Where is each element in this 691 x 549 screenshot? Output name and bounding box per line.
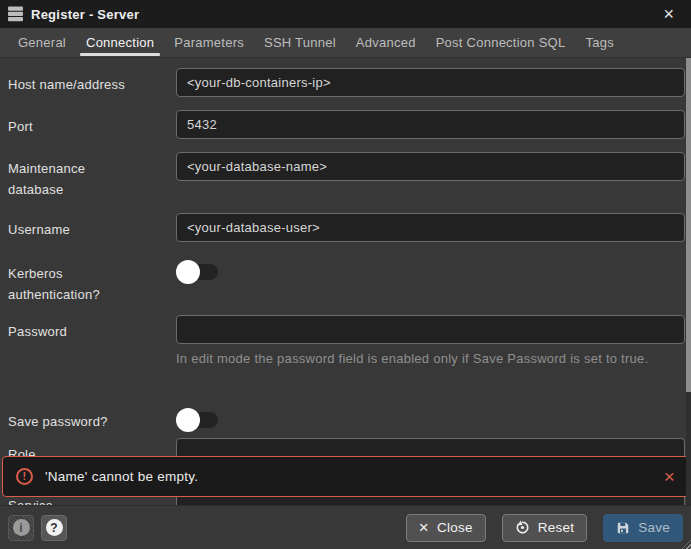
tab-post-connection-sql[interactable]: Post Connection SQL	[426, 28, 576, 57]
footer-buttons: × Close Reset	[406, 514, 683, 542]
maintenance-db-input[interactable]	[176, 152, 685, 181]
sql-help-button[interactable]: i	[8, 515, 34, 541]
dialog-help-button[interactable]: ?	[41, 515, 67, 541]
error-banner-close-icon[interactable]: ×	[664, 467, 675, 486]
save-password-toggle[interactable]	[176, 408, 220, 432]
window-close-icon[interactable]: ×	[659, 5, 679, 23]
tab-connection[interactable]: Connection	[76, 28, 164, 57]
username-label: Username	[8, 213, 128, 240]
tab-ssh-tunnel[interactable]: SSH Tunnel	[254, 28, 346, 57]
dialog-title: Register - Server	[31, 7, 139, 22]
host-label: Host name/address	[8, 68, 128, 95]
scrollbar-thumb[interactable]	[686, 58, 691, 392]
maintenance-db-row: Maintenance database	[8, 152, 685, 200]
toggle-knob	[176, 260, 200, 284]
password-row: Password	[8, 315, 685, 344]
host-row: Host name/address	[8, 68, 685, 97]
port-label: Port	[8, 110, 128, 137]
maintenance-db-label: Maintenance database	[8, 152, 128, 200]
username-row: Username	[8, 213, 685, 242]
server-stack-icon	[8, 6, 23, 22]
password-helper-text: In edit mode the password field is enabl…	[176, 346, 654, 372]
register-server-dialog: Register - Server × General Connection P…	[0, 0, 691, 549]
kerberos-toggle[interactable]	[176, 260, 220, 284]
reset-button-label: Reset	[538, 520, 575, 535]
tab-bar: General Connection Parameters SSH Tunnel…	[0, 28, 691, 58]
close-button[interactable]: × Close	[406, 514, 486, 542]
reset-icon	[515, 520, 530, 535]
username-input[interactable]	[176, 213, 685, 242]
password-input[interactable]	[176, 315, 685, 344]
password-label: Password	[8, 315, 128, 342]
error-banner: ! 'Name' cannot be empty. ×	[2, 456, 689, 497]
save-password-row: Save password?	[8, 405, 685, 432]
reset-button[interactable]: Reset	[502, 514, 588, 542]
error-icon: !	[16, 468, 33, 485]
footer-bar: i ? × Close Reset	[0, 505, 691, 549]
save-floppy-icon	[616, 521, 630, 535]
toggle-knob	[176, 408, 200, 432]
close-x-icon: ×	[419, 519, 429, 536]
port-input[interactable]	[176, 110, 685, 139]
tab-tags[interactable]: Tags	[575, 28, 623, 57]
error-message: 'Name' cannot be empty.	[45, 469, 198, 484]
tab-parameters[interactable]: Parameters	[164, 28, 254, 57]
info-icon: i	[13, 519, 30, 536]
close-button-label: Close	[437, 520, 473, 535]
kerberos-label: Kerberos authentication?	[8, 257, 128, 305]
save-button[interactable]: Save	[603, 514, 683, 542]
help-icon: ?	[46, 519, 63, 536]
kerberos-row: Kerberos authentication?	[8, 257, 685, 305]
tab-advanced[interactable]: Advanced	[346, 28, 426, 57]
title-bar: Register - Server ×	[0, 0, 691, 28]
port-row: Port	[8, 110, 685, 139]
save-password-label: Save password?	[8, 405, 128, 432]
save-button-label: Save	[638, 520, 670, 535]
host-input[interactable]	[176, 68, 685, 97]
vertical-scrollbar[interactable]	[686, 58, 691, 505]
tab-general[interactable]: General	[8, 28, 76, 57]
